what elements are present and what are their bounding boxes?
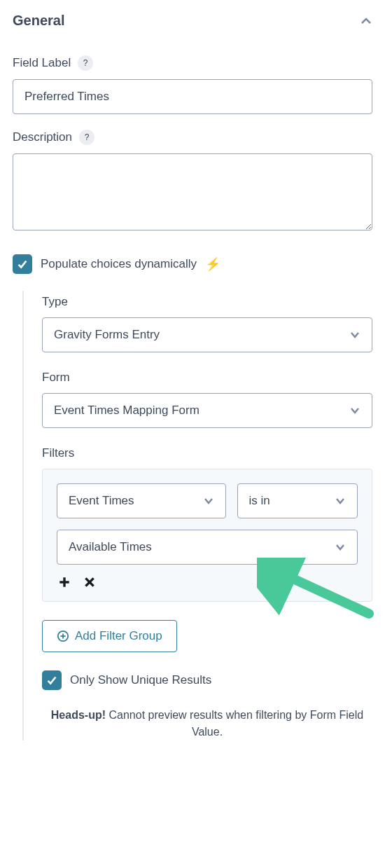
add-filter-group-label: Add Filter Group: [75, 629, 162, 643]
unique-results-label: Only Show Unique Results: [70, 673, 211, 687]
collapse-section-toggle[interactable]: [360, 15, 372, 27]
type-label: Type: [42, 295, 372, 309]
description-input[interactable]: [13, 153, 372, 230]
populate-dynamically-checkbox[interactable]: [13, 254, 32, 274]
add-filter-icon[interactable]: [57, 574, 72, 590]
filters-label: Filters: [42, 446, 372, 460]
chevron-down-icon: [203, 495, 214, 507]
help-icon[interactable]: ?: [78, 55, 93, 71]
type-select-value: Gravity Forms Entry: [54, 328, 160, 342]
field-label-input[interactable]: [13, 79, 372, 114]
headsup-prefix: Heads-up!: [51, 709, 106, 721]
chevron-down-icon: [335, 542, 346, 553]
filter-field-value: Event Times: [69, 494, 134, 508]
filter-operator-value: is in: [249, 494, 270, 508]
filters-box: Event Times is in Available Times: [42, 469, 372, 602]
filter-value-select[interactable]: Available Times: [57, 530, 358, 565]
add-filter-group-button[interactable]: Add Filter Group: [42, 620, 177, 652]
field-label-label: Field Label: [13, 56, 71, 70]
help-icon[interactable]: ?: [79, 130, 94, 145]
unique-results-checkbox[interactable]: [42, 670, 62, 690]
form-label: Form: [42, 371, 372, 385]
description-label: Description: [13, 130, 72, 144]
filter-value-value: Available Times: [69, 540, 152, 554]
headsup-text: Cannot preview results when filtering by…: [106, 709, 363, 738]
filter-field-select[interactable]: Event Times: [57, 483, 226, 518]
type-select[interactable]: Gravity Forms Entry: [42, 317, 372, 352]
headsup-message: Heads-up! Cannot preview results when fi…: [42, 707, 372, 740]
section-title: General: [13, 13, 64, 29]
remove-filter-icon[interactable]: [82, 574, 97, 590]
chevron-down-icon: [349, 405, 360, 416]
populate-dynamically-label: Populate choices dynamically: [41, 257, 197, 271]
form-select[interactable]: Event Times Mapping Form: [42, 393, 372, 428]
form-select-value: Event Times Mapping Form: [54, 404, 200, 418]
filter-operator-select[interactable]: is in: [237, 483, 358, 518]
chevron-down-icon: [349, 329, 360, 340]
chevron-down-icon: [335, 495, 346, 507]
bolt-icon: ⚡: [205, 256, 220, 272]
